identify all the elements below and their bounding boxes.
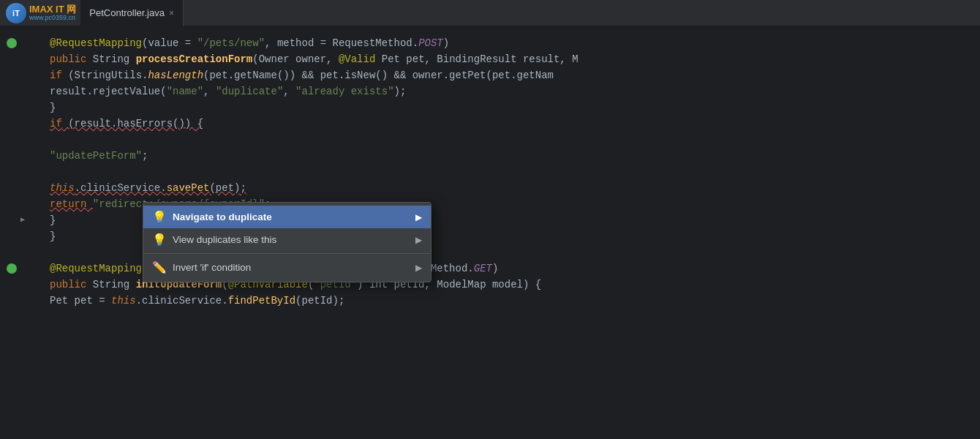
menu-item-invert-if[interactable]: ✏️ Invert 'if' condition ▶ bbox=[143, 256, 431, 279]
no-dot-12 bbox=[6, 214, 18, 226]
code-line-6: if (result.hasErrors()) { bbox=[0, 116, 980, 132]
menu-label-view-duplicates: View duplicates like this bbox=[173, 234, 410, 245]
code-editor[interactable]: @RequestMapping(value = "/pets/new", met… bbox=[0, 26, 980, 439]
line-content-17: Pet pet = this.clinicService.findPetById… bbox=[50, 293, 980, 309]
menu-arrow-3: ▶ bbox=[415, 263, 422, 273]
context-menu: 💡 Navigate to duplicate ▶ 💡 View duplica… bbox=[143, 202, 431, 282]
brand-url: www.pc0359.cn bbox=[29, 14, 76, 21]
gutter-12: ▶ bbox=[6, 212, 50, 228]
green-dot-1 bbox=[6, 37, 18, 49]
menu-label-invert-if: Invert 'if' condition bbox=[173, 262, 410, 273]
line-content-6: if (result.hasErrors()) { bbox=[50, 116, 980, 132]
gutter-4 bbox=[6, 86, 50, 97]
ide-window: iT IMAX IT 网 www.pc0359.cn PetController… bbox=[0, 0, 980, 439]
no-dot-2 bbox=[6, 53, 18, 65]
code-line-10: this.clinicService.savePet(pet); bbox=[0, 180, 980, 196]
menu-icon-pencil: ✏️ bbox=[152, 260, 167, 274]
line-content-2: public String processCreationForm(Owner … bbox=[50, 51, 980, 67]
line-content-5: } bbox=[50, 100, 980, 116]
menu-icon-lightbulb-2: 💡 bbox=[152, 233, 167, 247]
code-line-17: Pet pet = this.clinicService.findPetById… bbox=[0, 293, 980, 309]
logo-text: iT bbox=[12, 9, 20, 18]
menu-arrow-1: ▶ bbox=[415, 212, 422, 222]
code-line-4: result.rejectValue("name", "duplicate", … bbox=[0, 83, 980, 100]
green-dot-15 bbox=[6, 263, 18, 274]
menu-separator bbox=[143, 253, 431, 254]
gutter-3 bbox=[6, 70, 50, 81]
line-content-3: if (StringUtils.hasLength(pet.getName())… bbox=[50, 67, 980, 83]
menu-arrow-2: ▶ bbox=[415, 235, 422, 245]
line-content-8: "updatePetForm"; bbox=[50, 148, 980, 164]
code-line-2: public String processCreationForm(Owner … bbox=[0, 51, 980, 67]
code-line-9 bbox=[0, 164, 980, 180]
code-line-7 bbox=[0, 132, 980, 148]
no-dot-3 bbox=[6, 70, 18, 81]
code-line-8: "updatePetForm"; bbox=[0, 148, 980, 164]
gutter-1 bbox=[6, 37, 50, 49]
fold-12[interactable]: ▶ bbox=[20, 212, 25, 228]
line-content-4: result.rejectValue("name", "duplicate", … bbox=[50, 83, 980, 100]
menu-label-navigate-to-duplicate: Navigate to duplicate bbox=[173, 211, 410, 222]
brand-name: IMAX IT 网 bbox=[29, 4, 76, 14]
no-dot-4 bbox=[6, 86, 18, 97]
tab-bar: iT IMAX IT 网 www.pc0359.cn PetController… bbox=[0, 0, 980, 26]
code-line-3: if (StringUtils.hasLength(pet.getName())… bbox=[0, 67, 980, 83]
line-content-1: @RequestMapping(value = "/pets/new", met… bbox=[50, 35, 980, 51]
logo-circle: iT bbox=[6, 3, 26, 23]
tab-close-icon[interactable]: × bbox=[169, 8, 174, 18]
brand-info: IMAX IT 网 www.pc0359.cn bbox=[29, 4, 76, 21]
file-tab[interactable]: PetController.java × bbox=[80, 0, 184, 26]
app-logo: iT IMAX IT 网 www.pc0359.cn bbox=[6, 3, 76, 23]
menu-item-view-duplicates[interactable]: 💡 View duplicates like this ▶ bbox=[143, 228, 431, 251]
gutter-15 bbox=[6, 263, 50, 274]
menu-item-navigate-to-duplicate[interactable]: 💡 Navigate to duplicate ▶ bbox=[143, 206, 431, 228]
menu-icon-lightbulb-1: 💡 bbox=[152, 210, 167, 224]
line-content-10: this.clinicService.savePet(pet); bbox=[50, 180, 980, 196]
gutter-2 bbox=[6, 53, 50, 65]
code-line-5: } bbox=[0, 100, 980, 116]
code-line-1: @RequestMapping(value = "/pets/new", met… bbox=[0, 35, 980, 51]
tab-filename: PetController.java bbox=[89, 7, 165, 18]
